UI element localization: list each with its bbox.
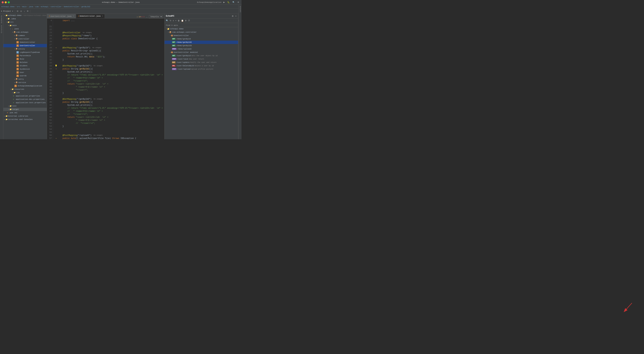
tree-democontroller[interactable]: C DemoController [3,41,47,44]
tree-resources[interactable]: 📁 resources [3,88,47,91]
api-history-btn[interactable]: ⏱ [188,19,190,22]
api-filter-btn[interactable]: ≡ [172,19,174,22]
tree-uservo[interactable]: C UserVO [3,74,47,78]
bookmarks-label[interactable]: Bookmarks [1,15,2,24]
echoapi-strip-label[interactable]: EchoAPI [239,5,241,13]
window-controls[interactable] [2,1,10,3]
service-label: service [18,82,26,84]
code-settings-btn[interactable]: … [145,16,148,18]
tree-logreq[interactable]: E LogRequestTypeEnum [3,51,47,54]
tree-app-test-prop[interactable]: ⚙ application-test.properties [3,101,47,104]
root-folder-icon: 📁 [5,14,8,17]
tree-root[interactable]: 📁 echoapi-demo ~/workSpace/echoapi-demo [3,14,47,17]
bc-controller[interactable]: controller [51,6,62,8]
tree-app-prop[interactable]: ⚙ application.properties [3,94,47,98]
code-editor[interactable]: 4 21 22 23 24 25 26 27 28 29 30 31 32 33… [47,19,164,139]
api-user-delete[interactable]: DEL /user/deleteById Delete a user by id [164,64,238,68]
expand-ext-icon [4,115,5,117]
tree-entity[interactable]: 📦 entity [3,47,47,51]
tab-democontroller[interactable]: J DemoController.java × [76,14,105,18]
line-numbers: 4 21 22 23 24 25 26 27 28 29 30 31 32 33… [47,19,53,139]
bc-echoapi[interactable]: echoapi [41,6,48,8]
debug-button[interactable]: 🐛 [227,1,230,4]
tree-roleson[interactable]: C RoleSon [3,61,47,64]
api-refresh-btn[interactable]: ↻ [170,19,172,22]
echoapi-close-btn[interactable]: × [235,15,237,18]
code-content[interactable]: import ... @RestController no usages @Re… [53,19,164,139]
api-copy-btn[interactable]: 📋 [181,19,184,22]
api-import-btn[interactable]: ⬆ [185,19,187,22]
netty-label: netty [18,78,24,80]
api-user-group[interactable]: C UserController module2 [164,51,238,54]
breadcrumb: echoapi-demo / src / main / java / com /… [0,5,242,9]
tree-netty[interactable]: 📦 netty [3,78,47,81]
tree-com-echoapi[interactable]: 📦 com.echoapi [3,31,47,34]
tree-scratches[interactable]: 📁 Scratches and Consoles [3,118,47,121]
tree-pom[interactable]: ⊞ pom.xml [3,111,47,114]
tree-controller[interactable]: 📦 controller [3,37,47,41]
tree-java[interactable]: ☕ java [3,27,47,31]
tree-main[interactable]: 📁 main [3,24,47,27]
tab-close-user[interactable]: × [73,15,74,17]
bc-echoapi-demo[interactable]: echoapi-demo [1,6,14,8]
bc-src[interactable]: src [17,6,20,8]
maximize-button[interactable] [8,1,10,3]
tree-user[interactable]: C User [3,71,47,74]
tree-student[interactable]: C Student [3,64,47,68]
api-add-btn[interactable]: + [175,19,177,22]
bc-java[interactable]: java [29,6,33,8]
tree-sysdevice[interactable]: C SysDevice [3,68,47,71]
tree-external-libs[interactable]: 📁 External Libraries [3,114,47,118]
api-demo-group[interactable]: C DemoController [164,34,238,37]
env-select[interactable]: Default Env [149,15,163,18]
echoapi-settings-btn[interactable]: ⚙ [232,15,234,18]
uservo-icon: C [16,75,19,77]
api-user-getbyid[interactable]: GET /user/getById Gets the user object b… [164,54,238,57]
api-user-update[interactable]: PUT /user/update Modify the user and ret… [164,61,238,64]
tree-usercontroller[interactable]: C UserController [3,44,47,47]
bc-getbyid2[interactable]: getById2 [81,6,90,8]
tab-close-demo[interactable]: × [102,15,103,17]
api-user-save[interactable]: POST /user/save New user return [164,57,238,61]
structure-label[interactable]: Structure [1,24,2,34]
tab-usercontroller[interactable]: J UserController.java × [47,14,76,18]
locate-file-button[interactable]: ◎ [20,10,23,13]
code-line: → @GetMapping("/getById") no usages [54,46,164,49]
close-button[interactable] [2,1,4,3]
code-line: @GetMapping("/getById3") no usages [54,98,164,101]
api-getbyid-item[interactable]: GET /demo/getById [164,37,238,41]
api-delete-btn[interactable]: 🗑 [178,19,180,22]
tree-service[interactable]: 📦 service [3,81,47,84]
tree-src[interactable]: 📁 src [3,21,47,24]
api-root-item[interactable]: 📁 echoapi-demo [164,27,238,31]
java-class-icon: C [16,41,19,44]
api-controller-group[interactable]: 📦 com.echoapi.controller [164,31,238,34]
parentrole-icon: C [16,55,19,57]
dev-prop-icon: ⚙ [12,98,15,101]
bc-main[interactable]: main [22,6,26,8]
tree-echoapidemo[interactable]: C EchoapiDemoApplication [3,84,47,88]
tree-role[interactable]: C Role [3,57,47,61]
tree-common[interactable]: 📦 common [3,34,47,37]
find-count: Find 9 apis [166,24,178,26]
tree-settings-button[interactable]: ⚙ [26,10,29,13]
minimize-button[interactable] [5,1,7,3]
api-upload2-item[interactable]: POST /demo/upload2 [164,47,238,51]
api-search-btn[interactable]: 🔍 [166,19,169,22]
bc-democontroller[interactable]: DemoController [64,6,79,8]
settings-button[interactable]: ⚙ [237,1,240,4]
api-user-upload[interactable]: POST /user/upload Upload profile picture [164,68,238,71]
tree-target[interactable]: 📁 target [3,108,47,111]
search-everywhere-button[interactable]: 🔍 [232,1,236,4]
tree-lib[interactable]: 📁 lib [3,91,47,94]
api-getbyid2-item[interactable]: GET /demo/getById2 [164,41,238,44]
tree-parentrole[interactable]: C ParentRole [3,54,47,57]
sort-button[interactable]: ↕ [23,10,26,13]
tree-test[interactable]: 📁 test [3,104,47,108]
run-button[interactable]: ▶ [223,1,226,4]
tree-idea[interactable]: 📁 .idea [3,17,47,21]
api-getbyid3-item[interactable]: GET /demo/getById3 [164,44,238,47]
bc-com[interactable]: com [35,6,38,8]
collapse-all-button[interactable]: ⊟ [16,10,19,13]
tree-app-dev-prop[interactable]: ⚙ application-dev.properties [3,98,47,101]
